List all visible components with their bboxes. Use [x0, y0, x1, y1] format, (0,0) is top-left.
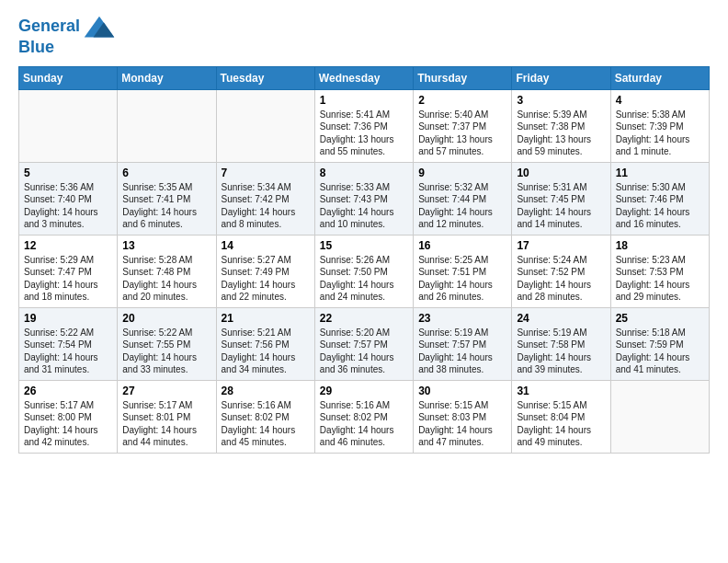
logo: GeneralBlue	[18, 15, 117, 57]
cell-info: Sunrise: 5:21 AM Sunset: 7:56 PM Dayligh…	[222, 327, 310, 376]
calendar-cell: 16Sunrise: 5:25 AM Sunset: 7:51 PM Dayli…	[414, 235, 512, 307]
calendar-table: SundayMondayTuesdayWednesdayThursdayFrid…	[18, 66, 710, 454]
day-number: 31	[517, 385, 605, 397]
calendar-cell	[216, 89, 314, 162]
header-day-wednesday: Wednesday	[314, 66, 413, 89]
calendar-cell: 10Sunrise: 5:31 AM Sunset: 7:45 PM Dayli…	[512, 162, 610, 235]
calendar-cell: 12Sunrise: 5:29 AM Sunset: 7:47 PM Dayli…	[19, 235, 118, 307]
cell-info: Sunrise: 5:34 AM Sunset: 7:42 PM Dayligh…	[222, 181, 310, 231]
day-number: 2	[418, 94, 506, 107]
calendar-cell	[610, 380, 709, 453]
header-day-sunday: Sunday	[19, 66, 118, 89]
day-number: 8	[320, 167, 408, 179]
day-number: 15	[320, 239, 408, 252]
logo-text: GeneralBlue	[18, 15, 117, 57]
calendar-cell: 31Sunrise: 5:15 AM Sunset: 8:04 PM Dayli…	[512, 380, 610, 453]
day-number: 24	[517, 312, 605, 325]
day-number: 9	[418, 167, 506, 179]
calendar-cell: 25Sunrise: 5:18 AM Sunset: 7:59 PM Dayli…	[610, 307, 709, 380]
day-number: 14	[222, 239, 310, 252]
day-number: 17	[517, 239, 605, 252]
calendar-cell: 30Sunrise: 5:15 AM Sunset: 8:03 PM Dayli…	[414, 380, 512, 453]
cell-info: Sunrise: 5:19 AM Sunset: 7:58 PM Dayligh…	[517, 327, 605, 376]
calendar-cell: 11Sunrise: 5:30 AM Sunset: 7:46 PM Dayli…	[610, 162, 709, 235]
logo-line1: General	[18, 17, 80, 35]
day-number: 12	[24, 239, 112, 252]
header-row: SundayMondayTuesdayWednesdayThursdayFrid…	[19, 66, 710, 89]
calendar-cell: 27Sunrise: 5:17 AM Sunset: 8:01 PM Dayli…	[118, 380, 216, 453]
cell-info: Sunrise: 5:30 AM Sunset: 7:46 PM Dayligh…	[616, 181, 704, 231]
calendar-cell: 21Sunrise: 5:21 AM Sunset: 7:56 PM Dayli…	[216, 307, 314, 380]
cell-info: Sunrise: 5:17 AM Sunset: 8:00 PM Dayligh…	[24, 399, 112, 449]
week-row-3: 12Sunrise: 5:29 AM Sunset: 7:47 PM Dayli…	[19, 235, 710, 307]
cell-info: Sunrise: 5:41 AM Sunset: 7:36 PM Dayligh…	[320, 109, 408, 158]
cell-info: Sunrise: 5:20 AM Sunset: 7:57 PM Dayligh…	[320, 327, 408, 376]
calendar-cell: 2Sunrise: 5:40 AM Sunset: 7:37 PM Daylig…	[414, 89, 512, 162]
cell-info: Sunrise: 5:26 AM Sunset: 7:50 PM Dayligh…	[320, 254, 408, 304]
cell-info: Sunrise: 5:17 AM Sunset: 8:01 PM Dayligh…	[122, 399, 210, 449]
day-number: 4	[616, 94, 704, 107]
day-number: 11	[616, 167, 704, 179]
day-number: 5	[24, 167, 112, 179]
calendar-cell: 24Sunrise: 5:19 AM Sunset: 7:58 PM Dayli…	[512, 307, 610, 380]
cell-info: Sunrise: 5:38 AM Sunset: 7:39 PM Dayligh…	[616, 109, 704, 158]
cell-info: Sunrise: 5:24 AM Sunset: 7:52 PM Dayligh…	[517, 254, 605, 304]
logo-line2: Blue	[18, 38, 54, 56]
day-number: 1	[320, 94, 408, 107]
calendar-cell	[19, 89, 118, 162]
day-number: 27	[122, 385, 210, 397]
cell-info: Sunrise: 5:22 AM Sunset: 7:54 PM Dayligh…	[24, 327, 112, 376]
calendar-cell: 5Sunrise: 5:36 AM Sunset: 7:40 PM Daylig…	[19, 162, 118, 235]
cell-info: Sunrise: 5:35 AM Sunset: 7:41 PM Dayligh…	[122, 181, 210, 231]
week-row-1: 1Sunrise: 5:41 AM Sunset: 7:36 PM Daylig…	[19, 89, 710, 162]
calendar-cell	[118, 89, 216, 162]
cell-info: Sunrise: 5:15 AM Sunset: 8:03 PM Dayligh…	[418, 399, 506, 449]
day-number: 13	[122, 239, 210, 252]
cell-info: Sunrise: 5:40 AM Sunset: 7:37 PM Dayligh…	[418, 109, 506, 158]
cell-info: Sunrise: 5:19 AM Sunset: 7:57 PM Dayligh…	[418, 327, 506, 376]
day-number: 18	[616, 239, 704, 252]
cell-info: Sunrise: 5:33 AM Sunset: 7:43 PM Dayligh…	[320, 181, 408, 231]
cell-info: Sunrise: 5:29 AM Sunset: 7:47 PM Dayligh…	[24, 254, 112, 304]
day-number: 16	[418, 239, 506, 252]
calendar-cell: 6Sunrise: 5:35 AM Sunset: 7:41 PM Daylig…	[118, 162, 216, 235]
day-number: 21	[222, 312, 310, 325]
cell-info: Sunrise: 5:25 AM Sunset: 7:51 PM Dayligh…	[418, 254, 506, 304]
day-number: 22	[320, 312, 408, 325]
cell-info: Sunrise: 5:32 AM Sunset: 7:44 PM Dayligh…	[418, 181, 506, 231]
header: GeneralBlue	[18, 15, 710, 57]
calendar-cell: 29Sunrise: 5:16 AM Sunset: 8:02 PM Dayli…	[314, 380, 413, 453]
cell-info: Sunrise: 5:16 AM Sunset: 8:02 PM Dayligh…	[222, 399, 310, 449]
calendar-cell: 23Sunrise: 5:19 AM Sunset: 7:57 PM Dayli…	[414, 307, 512, 380]
week-row-2: 5Sunrise: 5:36 AM Sunset: 7:40 PM Daylig…	[19, 162, 710, 235]
page: GeneralBlue SundayMondayTuesdayWednesday…	[0, 0, 728, 468]
cell-info: Sunrise: 5:18 AM Sunset: 7:59 PM Dayligh…	[616, 327, 704, 376]
day-number: 3	[517, 94, 605, 107]
calendar-cell: 7Sunrise: 5:34 AM Sunset: 7:42 PM Daylig…	[216, 162, 314, 235]
calendar-cell: 9Sunrise: 5:32 AM Sunset: 7:44 PM Daylig…	[414, 162, 512, 235]
header-day-thursday: Thursday	[414, 66, 512, 89]
cell-info: Sunrise: 5:39 AM Sunset: 7:38 PM Dayligh…	[517, 109, 605, 158]
calendar-cell: 13Sunrise: 5:28 AM Sunset: 7:48 PM Dayli…	[118, 235, 216, 307]
calendar-cell: 15Sunrise: 5:26 AM Sunset: 7:50 PM Dayli…	[314, 235, 413, 307]
week-row-5: 26Sunrise: 5:17 AM Sunset: 8:00 PM Dayli…	[19, 380, 710, 453]
header-day-saturday: Saturday	[610, 66, 709, 89]
cell-info: Sunrise: 5:36 AM Sunset: 7:40 PM Dayligh…	[24, 181, 112, 231]
header-day-monday: Monday	[118, 66, 216, 89]
week-row-4: 19Sunrise: 5:22 AM Sunset: 7:54 PM Dayli…	[19, 307, 710, 380]
cell-info: Sunrise: 5:27 AM Sunset: 7:49 PM Dayligh…	[222, 254, 310, 304]
calendar-cell: 20Sunrise: 5:22 AM Sunset: 7:55 PM Dayli…	[118, 307, 216, 380]
day-number: 28	[222, 385, 310, 397]
day-number: 29	[320, 385, 408, 397]
day-number: 26	[24, 385, 112, 397]
header-day-friday: Friday	[512, 66, 610, 89]
header-day-tuesday: Tuesday	[216, 66, 314, 89]
calendar-cell: 17Sunrise: 5:24 AM Sunset: 7:52 PM Dayli…	[512, 235, 610, 307]
calendar-cell: 8Sunrise: 5:33 AM Sunset: 7:43 PM Daylig…	[314, 162, 413, 235]
cell-info: Sunrise: 5:28 AM Sunset: 7:48 PM Dayligh…	[122, 254, 210, 304]
calendar-cell: 19Sunrise: 5:22 AM Sunset: 7:54 PM Dayli…	[19, 307, 118, 380]
calendar-cell: 3Sunrise: 5:39 AM Sunset: 7:38 PM Daylig…	[512, 89, 610, 162]
calendar-cell: 26Sunrise: 5:17 AM Sunset: 8:00 PM Dayli…	[19, 380, 118, 453]
day-number: 30	[418, 385, 506, 397]
calendar-cell: 18Sunrise: 5:23 AM Sunset: 7:53 PM Dayli…	[610, 235, 709, 307]
